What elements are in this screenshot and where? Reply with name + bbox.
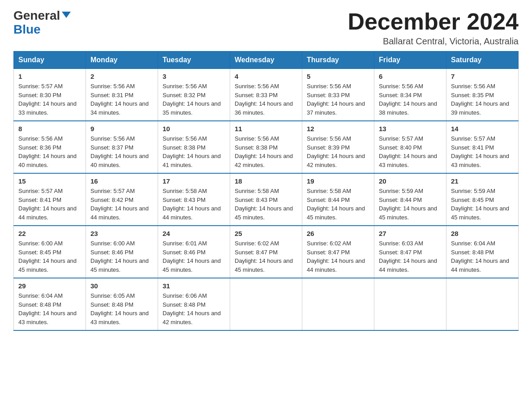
page-header: General Blue December 2024 Ballarat Cent… <box>13 9 519 47</box>
day-info: Sunrise: 5:57 AM Sunset: 8:30 PM Dayligh… <box>18 82 81 117</box>
day-info: Sunrise: 6:06 AM Sunset: 8:48 PM Dayligh… <box>163 291 225 326</box>
daylight-label: Daylight: 14 hours and 45 minutes. <box>18 257 77 273</box>
daylight-label: Daylight: 14 hours and 42 minutes. <box>163 310 221 325</box>
daylight-label: Daylight: 14 hours and 44 minutes. <box>451 257 509 273</box>
daylight-label: Daylight: 14 hours and 45 minutes. <box>90 257 149 273</box>
day-info: Sunrise: 6:00 AM Sunset: 8:45 PM Dayligh… <box>18 239 81 274</box>
daylight-label: Daylight: 14 hours and 44 minutes. <box>307 257 365 273</box>
title-section: December 2024 Ballarat Central, Victoria… <box>348 9 519 47</box>
daylight-label: Daylight: 14 hours and 41 minutes. <box>163 153 221 168</box>
logo-blue-text: Blue <box>13 23 41 37</box>
daylight-label: Daylight: 14 hours and 40 minutes. <box>90 153 149 168</box>
calendar-cell <box>302 278 374 330</box>
daylight-label: Daylight: 14 hours and 45 minutes. <box>379 205 437 221</box>
sunset-label: Sunset: 8:34 PM <box>379 92 422 98</box>
sunset-label: Sunset: 8:33 PM <box>235 92 278 98</box>
day-number: 9 <box>90 125 153 133</box>
month-title: December 2024 <box>348 9 519 34</box>
day-info: Sunrise: 5:57 AM Sunset: 8:41 PM Dayligh… <box>451 134 514 169</box>
day-info: Sunrise: 5:58 AM Sunset: 8:43 PM Dayligh… <box>235 187 297 222</box>
sunrise-label: Sunrise: 5:57 AM <box>379 135 423 142</box>
day-info: Sunrise: 6:04 AM Sunset: 8:48 PM Dayligh… <box>451 239 514 274</box>
daylight-label: Daylight: 14 hours and 45 minutes. <box>451 205 509 221</box>
day-number: 24 <box>163 230 225 237</box>
day-number: 30 <box>90 282 153 290</box>
daylight-label: Daylight: 14 hours and 37 minutes. <box>307 100 365 116</box>
day-info: Sunrise: 5:56 AM Sunset: 8:33 PM Dayligh… <box>235 82 297 117</box>
daylight-label: Daylight: 14 hours and 44 minutes. <box>163 205 221 221</box>
day-info: Sunrise: 5:56 AM Sunset: 8:39 PM Dayligh… <box>307 134 369 169</box>
daylight-label: Daylight: 14 hours and 42 minutes. <box>307 153 365 168</box>
sunrise-label: Sunrise: 5:57 AM <box>90 188 135 194</box>
calendar-cell: 11 Sunrise: 5:56 AM Sunset: 8:38 PM Dayl… <box>230 121 302 173</box>
sunset-label: Sunset: 8:45 PM <box>18 249 61 256</box>
sunset-label: Sunset: 8:44 PM <box>307 197 350 203</box>
day-number: 31 <box>163 282 225 290</box>
sunset-label: Sunset: 8:40 PM <box>379 144 422 151</box>
day-number: 15 <box>18 177 81 185</box>
calendar-cell: 28 Sunrise: 6:04 AM Sunset: 8:48 PM Dayl… <box>446 226 519 278</box>
calendar-cell: 4 Sunrise: 5:56 AM Sunset: 8:33 PM Dayli… <box>230 69 302 121</box>
calendar-header: SundayMondayTuesdayWednesdayThursdayFrid… <box>14 51 519 69</box>
day-info: Sunrise: 5:56 AM Sunset: 8:33 PM Dayligh… <box>307 82 369 117</box>
sunrise-label: Sunrise: 6:04 AM <box>18 292 63 299</box>
sunset-label: Sunset: 8:43 PM <box>235 197 278 203</box>
day-info: Sunrise: 5:57 AM Sunset: 8:41 PM Dayligh… <box>18 187 81 222</box>
logo-general-text: General <box>13 9 60 23</box>
calendar-cell <box>230 278 302 330</box>
day-info: Sunrise: 5:56 AM Sunset: 8:36 PM Dayligh… <box>18 134 81 169</box>
daylight-label: Daylight: 14 hours and 40 minutes. <box>18 153 77 168</box>
day-info: Sunrise: 6:03 AM Sunset: 8:47 PM Dayligh… <box>379 239 442 274</box>
sunrise-label: Sunrise: 6:03 AM <box>379 240 423 247</box>
daylight-label: Daylight: 14 hours and 34 minutes. <box>90 100 149 116</box>
daylight-label: Daylight: 14 hours and 42 minutes. <box>235 153 293 168</box>
sunrise-label: Sunrise: 5:56 AM <box>163 83 207 90</box>
calendar-cell: 10 Sunrise: 5:56 AM Sunset: 8:38 PM Dayl… <box>158 121 230 173</box>
weekday-header-wednesday: Wednesday <box>230 51 302 69</box>
day-number: 7 <box>451 73 514 80</box>
day-number: 21 <box>451 177 514 185</box>
day-number: 19 <box>307 177 369 185</box>
calendar-cell: 2 Sunrise: 5:56 AM Sunset: 8:31 PM Dayli… <box>86 69 158 121</box>
calendar-cell: 31 Sunrise: 6:06 AM Sunset: 8:48 PM Dayl… <box>158 278 230 330</box>
sunset-label: Sunset: 8:41 PM <box>451 144 494 151</box>
sunrise-label: Sunrise: 5:56 AM <box>235 83 279 90</box>
calendar-table: SundayMondayTuesdayWednesdayThursdayFrid… <box>13 51 519 331</box>
sunset-label: Sunset: 8:37 PM <box>90 144 133 151</box>
day-number: 23 <box>90 230 153 237</box>
calendar-cell: 7 Sunrise: 5:56 AM Sunset: 8:35 PM Dayli… <box>446 69 519 121</box>
calendar-cell: 13 Sunrise: 5:57 AM Sunset: 8:40 PM Dayl… <box>374 121 446 173</box>
sunrise-label: Sunrise: 6:02 AM <box>235 240 279 247</box>
calendar-cell: 3 Sunrise: 5:56 AM Sunset: 8:32 PM Dayli… <box>158 69 230 121</box>
calendar-cell: 30 Sunrise: 6:05 AM Sunset: 8:48 PM Dayl… <box>86 278 158 330</box>
sunset-label: Sunset: 8:33 PM <box>307 92 350 98</box>
weekday-header-tuesday: Tuesday <box>158 51 230 69</box>
sunrise-label: Sunrise: 5:56 AM <box>90 135 135 142</box>
day-info: Sunrise: 5:56 AM Sunset: 8:34 PM Dayligh… <box>379 82 442 117</box>
calendar-week-1: 1 Sunrise: 5:57 AM Sunset: 8:30 PM Dayli… <box>14 69 519 121</box>
day-info: Sunrise: 6:00 AM Sunset: 8:46 PM Dayligh… <box>90 239 153 274</box>
calendar-cell: 27 Sunrise: 6:03 AM Sunset: 8:47 PM Dayl… <box>374 226 446 278</box>
day-number: 16 <box>90 177 153 185</box>
day-info: Sunrise: 5:57 AM Sunset: 8:40 PM Dayligh… <box>379 134 442 169</box>
sunset-label: Sunset: 8:46 PM <box>90 249 133 256</box>
sunrise-label: Sunrise: 6:04 AM <box>451 240 495 247</box>
daylight-label: Daylight: 14 hours and 36 minutes. <box>235 100 293 116</box>
day-number: 26 <box>307 230 369 237</box>
sunset-label: Sunset: 8:46 PM <box>163 249 206 256</box>
day-info: Sunrise: 5:59 AM Sunset: 8:45 PM Dayligh… <box>451 187 514 222</box>
calendar-cell: 14 Sunrise: 5:57 AM Sunset: 8:41 PM Dayl… <box>446 121 519 173</box>
sunset-label: Sunset: 8:38 PM <box>163 144 206 151</box>
daylight-label: Daylight: 14 hours and 43 minutes. <box>379 153 437 168</box>
day-number: 14 <box>451 125 514 133</box>
day-number: 4 <box>235 73 297 80</box>
sunrise-label: Sunrise: 5:58 AM <box>235 188 279 194</box>
day-info: Sunrise: 5:56 AM Sunset: 8:37 PM Dayligh… <box>90 134 153 169</box>
sunrise-label: Sunrise: 5:56 AM <box>18 135 63 142</box>
day-info: Sunrise: 5:56 AM Sunset: 8:35 PM Dayligh… <box>451 82 514 117</box>
daylight-label: Daylight: 14 hours and 43 minutes. <box>18 310 77 325</box>
sunset-label: Sunset: 8:47 PM <box>379 249 422 256</box>
sunrise-label: Sunrise: 5:56 AM <box>379 83 423 90</box>
day-number: 10 <box>163 125 225 133</box>
weekday-header-thursday: Thursday <box>302 51 374 69</box>
